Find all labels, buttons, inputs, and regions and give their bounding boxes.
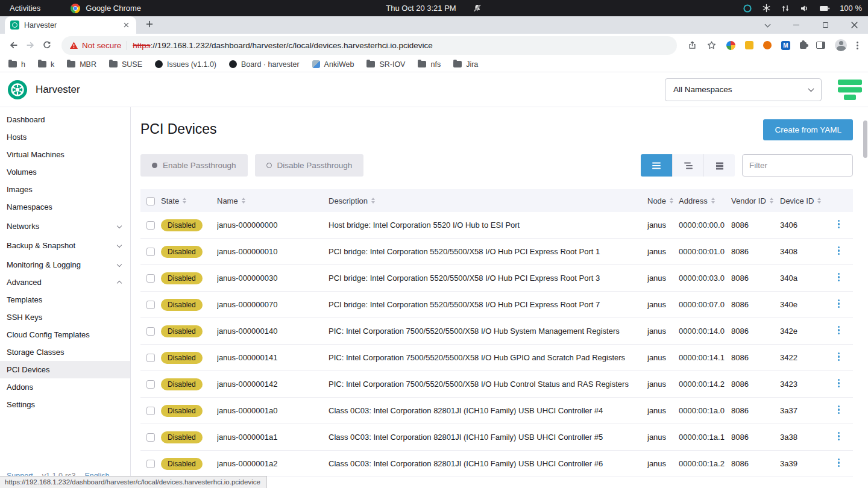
row-checkbox[interactable] <box>146 407 155 415</box>
reload-button[interactable] <box>39 37 55 54</box>
brand[interactable]: Harvester <box>7 80 80 100</box>
row-checkbox[interactable] <box>146 433 155 442</box>
sidebar-item[interactable]: Addons <box>0 378 130 396</box>
row-checkbox[interactable] <box>146 380 155 389</box>
new-tab-button[interactable] <box>143 18 156 30</box>
enable-passthrough-button[interactable]: Enable Passthrough <box>140 154 248 177</box>
sort-icon <box>711 198 715 204</box>
profile-avatar[interactable] <box>835 39 847 51</box>
view-list-button[interactable] <box>641 154 672 177</box>
row-actions-button[interactable] <box>834 455 843 470</box>
focused-app-menu[interactable]: Google Chrome <box>71 4 141 13</box>
bookmark-item[interactable]: SUSE <box>109 60 142 69</box>
row-actions-button[interactable] <box>834 402 843 417</box>
close-window-button[interactable] <box>849 20 860 31</box>
url-text[interactable]: https://192.168.1.232/dashboard/harveste… <box>133 41 433 50</box>
row-actions-button[interactable] <box>834 217 843 231</box>
tab-search-icon[interactable] <box>762 20 773 31</box>
row-actions-button[interactable] <box>834 429 843 443</box>
col-header-address[interactable]: Address <box>679 196 731 205</box>
row-actions-button[interactable] <box>834 270 843 284</box>
view-flat-button[interactable] <box>703 154 735 177</box>
bookmark-item[interactable]: Issues (v1.1.0) <box>155 60 216 69</box>
row-checkbox[interactable] <box>146 221 155 230</box>
extension-pinwheel-icon[interactable] <box>726 41 735 50</box>
filter-input[interactable] <box>742 154 853 177</box>
system-tray[interactable]: 100 % <box>743 4 862 13</box>
sidebar-item[interactable]: Advanced <box>0 274 130 291</box>
activities-button[interactable]: Activities <box>6 4 44 13</box>
select-all-checkbox[interactable] <box>146 197 155 205</box>
disable-passthrough-button[interactable]: Disable Passthrough <box>255 154 364 177</box>
page-title: PCI Devices <box>140 119 217 137</box>
sidebar-item[interactable]: Volumes <box>0 163 130 181</box>
bookmark-item[interactable]: SR-IOV <box>366 60 405 69</box>
sidebar-item[interactable]: Networks <box>0 217 130 235</box>
sidebar-item[interactable]: Virtual Machines <box>0 146 130 163</box>
bookmark-item[interactable]: MBR <box>67 60 96 69</box>
col-header-state[interactable]: State <box>161 196 217 205</box>
snowflake-indicator-icon[interactable] <box>762 4 771 13</box>
bookmark-item[interactable]: k <box>38 60 54 69</box>
bookmark-item[interactable]: Jira <box>453 60 478 69</box>
col-header-node[interactable]: Node <box>647 196 679 205</box>
clock-menu[interactable]: Thu Oct 20 3:21 PM <box>386 0 482 16</box>
sidebar-item[interactable]: Templates <box>0 291 130 308</box>
app-switcher-logo[interactable] <box>837 78 863 102</box>
create-from-yaml-button[interactable]: Create from YAML <box>763 119 853 140</box>
row-checkbox[interactable] <box>146 327 155 336</box>
page-scrollbar[interactable] <box>863 107 868 488</box>
bookmark-item[interactable]: nfs <box>418 60 441 69</box>
row-checkbox[interactable] <box>146 354 155 362</box>
sidebar-item[interactable]: Namespaces <box>0 198 130 216</box>
bookmark-star-icon[interactable] <box>706 40 717 50</box>
extension-yellow-icon[interactable] <box>745 41 753 49</box>
row-actions-button[interactable] <box>834 376 843 390</box>
sidebar-item[interactable]: SSH Keys <box>0 308 130 326</box>
bookmark-item[interactable]: Board · harvester <box>229 60 300 69</box>
col-header-device-id[interactable]: Device ID <box>780 196 834 205</box>
minimize-button[interactable] <box>791 20 802 31</box>
back-button[interactable] <box>5 37 22 54</box>
sidebar-item[interactable]: Settings <box>0 396 130 413</box>
row-checkbox[interactable] <box>146 460 155 468</box>
sidebar-item[interactable]: PCI Devices <box>0 361 130 378</box>
col-header-name[interactable]: Name <box>217 196 329 205</box>
tab-harvester[interactable]: Harvester <box>5 16 136 34</box>
forward-button[interactable] <box>22 37 39 54</box>
not-secure-chip[interactable]: Not secure <box>69 41 121 50</box>
row-actions-button[interactable] <box>834 296 843 311</box>
bookmark-item[interactable]: h <box>8 60 25 69</box>
namespace-selector[interactable]: All Namespaces <box>665 78 822 101</box>
extension-orange-icon[interactable] <box>763 41 772 49</box>
row-actions-button[interactable] <box>834 323 843 337</box>
col-header-description[interactable]: Description <box>329 196 647 205</box>
sidebar-item[interactable]: Storage Classes <box>0 343 130 361</box>
row-checkbox[interactable] <box>146 301 155 309</box>
row-actions-button[interactable] <box>834 349 843 364</box>
extension-m-icon[interactable]: M <box>781 41 790 50</box>
col-header-vendor-id[interactable]: Vendor ID <box>731 196 780 205</box>
extensions-puzzle-icon[interactable] <box>800 42 807 49</box>
sidebar-item[interactable]: Cloud Config Templates <box>0 326 130 343</box>
maximize-button[interactable] <box>820 20 831 31</box>
sidebar-item[interactable]: Dashboard <box>0 111 130 128</box>
sidebar-item[interactable]: Hosts <box>0 128 130 146</box>
view-grouped-button[interactable] <box>672 154 703 177</box>
sidebar-item[interactable]: Images <box>0 181 130 198</box>
app-indicator-icon[interactable] <box>743 4 752 13</box>
sidebar-item[interactable]: Backup & Snapshot <box>0 237 130 254</box>
address-bar[interactable]: Not secure https://192.168.1.232/dashboa… <box>61 36 677 55</box>
sidebar-item[interactable]: Monitoring & Logging <box>0 256 130 274</box>
bookmark-label: h <box>21 60 25 69</box>
share-icon[interactable] <box>688 40 697 50</box>
row-actions-button[interactable] <box>834 243 843 258</box>
side-panel-icon[interactable] <box>816 42 825 49</box>
table-row: Disabled janus-000000030 PCI bridge: Int… <box>140 265 853 292</box>
row-checkbox[interactable] <box>146 248 155 256</box>
tab-close-icon[interactable] <box>121 20 131 30</box>
bookmark-item[interactable]: AnkiWeb <box>312 60 354 69</box>
scrollbar-thumb[interactable] <box>863 120 867 158</box>
browser-menu-icon[interactable] <box>857 40 858 51</box>
row-checkbox[interactable] <box>146 274 155 283</box>
